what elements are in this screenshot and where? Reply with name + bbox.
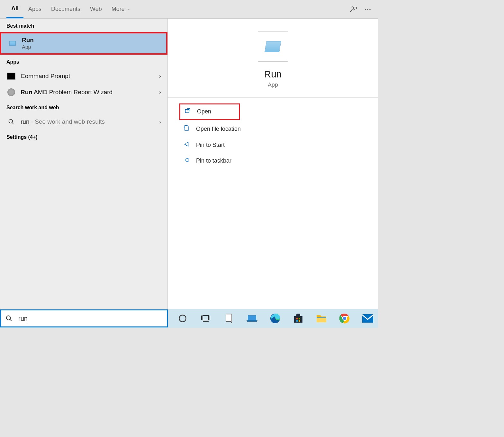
action-label: Pin to Start <box>196 142 225 148</box>
app-label: Run AMD Problem Report Wizard <box>21 89 159 96</box>
svg-point-1 <box>365 9 366 10</box>
action-open[interactable]: Open <box>179 103 240 120</box>
svg-line-8 <box>10 319 12 321</box>
results-area: Best match Run App Apps Command Prompt ›… <box>0 19 378 309</box>
taskbar-notes-icon[interactable] <box>222 312 235 325</box>
search-icon <box>5 315 13 322</box>
preview-subtitle: App <box>268 82 278 88</box>
web-search-result[interactable]: run - See work and web results › <box>0 114 167 130</box>
search-input-value: run <box>18 315 28 322</box>
svg-rect-17 <box>299 318 300 319</box>
chevron-down-icon <box>127 7 131 12</box>
open-icon <box>184 108 191 116</box>
tab-web[interactable]: Web <box>85 0 107 18</box>
svg-rect-20 <box>317 317 326 318</box>
section-apps: Apps <box>0 55 167 68</box>
action-label: Open file location <box>196 126 241 132</box>
preview-pane: Run App Open Open file location Pin to S… <box>168 19 378 309</box>
taskbar-explorer-icon[interactable] <box>315 312 328 325</box>
web-search-label: run - See work and web results <box>21 118 159 125</box>
action-pin-start[interactable]: Pin to Start <box>179 138 366 152</box>
svg-rect-19 <box>299 320 300 322</box>
action-label: Open <box>197 108 211 115</box>
chevron-right-icon: › <box>159 89 161 96</box>
run-icon <box>8 39 17 48</box>
amd-icon <box>6 87 16 97</box>
section-best-match: Best match <box>0 19 167 32</box>
action-label: Pin to taskbar <box>196 157 231 164</box>
search-input[interactable]: run <box>0 309 168 327</box>
best-match-result[interactable]: Run App <box>0 32 167 55</box>
command-prompt-icon <box>6 71 16 81</box>
folder-icon <box>183 125 190 133</box>
chevron-right-icon: › <box>159 73 161 80</box>
section-settings[interactable]: Settings (4+) <box>0 130 167 143</box>
task-view-icon[interactable] <box>199 312 212 325</box>
taskbar-store-icon[interactable] <box>292 312 305 325</box>
pin-icon <box>183 141 190 149</box>
svg-point-3 <box>369 9 371 10</box>
taskbar: run <box>0 309 378 328</box>
taskbar-edge-icon[interactable] <box>269 312 282 325</box>
results-list: Best match Run App Apps Command Prompt ›… <box>0 19 168 309</box>
svg-point-2 <box>367 9 368 10</box>
svg-line-5 <box>12 123 14 124</box>
best-match-subtitle: App <box>22 44 160 50</box>
tab-apps[interactable]: Apps <box>23 0 46 18</box>
svg-rect-24 <box>362 314 373 323</box>
svg-rect-18 <box>296 320 298 322</box>
taskbar-chrome-icon[interactable] <box>338 312 351 325</box>
best-match-title: Run <box>22 37 160 44</box>
cortana-icon[interactable] <box>176 312 189 325</box>
svg-point-7 <box>6 316 11 320</box>
search-icon <box>6 117 16 127</box>
tab-documents[interactable]: Documents <box>46 0 85 18</box>
svg-rect-15 <box>294 316 302 323</box>
tab-more-label: More <box>112 6 125 13</box>
svg-rect-10 <box>203 316 209 320</box>
ellipsis-icon[interactable] <box>364 5 372 13</box>
taskbar-mail-icon[interactable] <box>361 312 374 325</box>
action-open-file-location[interactable]: Open file location <box>179 122 366 136</box>
filter-tabs-bar: All Apps Documents Web More <box>0 0 378 19</box>
preview-title: Run <box>264 69 282 80</box>
tab-more[interactable]: More <box>107 0 136 18</box>
svg-point-9 <box>179 315 186 322</box>
taskbar-laptop-icon[interactable] <box>246 312 258 325</box>
svg-rect-16 <box>296 318 298 319</box>
svg-point-4 <box>9 120 13 123</box>
app-command-prompt[interactable]: Command Prompt › <box>0 68 167 84</box>
feedback-icon[interactable] <box>350 5 357 13</box>
tab-all[interactable]: All <box>6 0 23 18</box>
chevron-right-icon: › <box>159 119 161 125</box>
action-pin-taskbar[interactable]: Pin to taskbar <box>179 154 366 168</box>
preview-icon <box>258 31 288 62</box>
pin-icon <box>183 157 190 165</box>
section-work-web: Search work and web <box>0 100 167 114</box>
app-label: Command Prompt <box>21 73 159 80</box>
app-amd-wizard[interactable]: Run AMD Problem Report Wizard › <box>0 84 167 100</box>
svg-point-0 <box>351 7 354 9</box>
